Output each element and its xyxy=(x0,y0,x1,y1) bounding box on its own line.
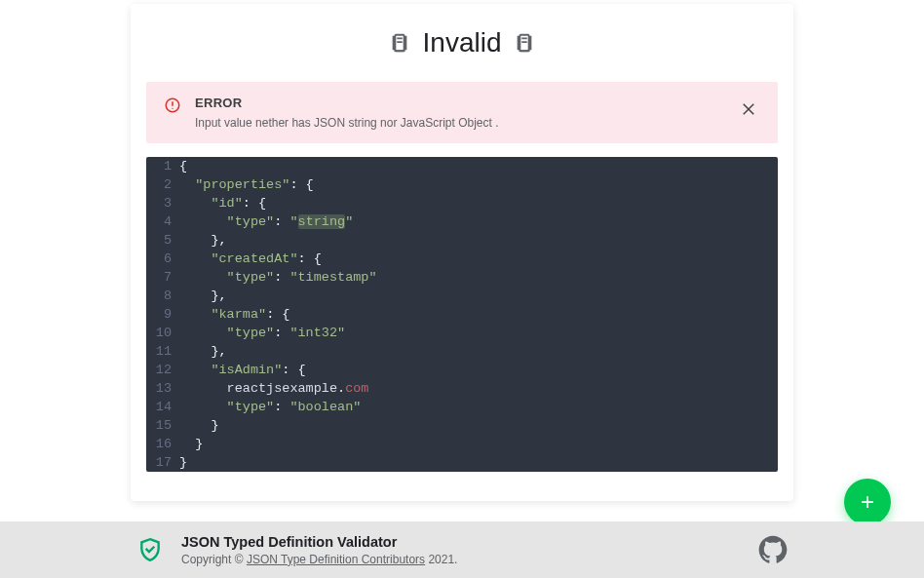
line-number: 10 xyxy=(146,324,179,342)
line-number: 9 xyxy=(146,305,179,324)
code-line: 11 }, xyxy=(146,342,778,361)
line-content: "type": "boolean" xyxy=(179,398,361,416)
code-line: 15 } xyxy=(146,416,778,435)
code-line: 12 "isAdmin": { xyxy=(146,361,778,379)
line-number: 17 xyxy=(146,453,179,472)
code-line: 10 "type": "int32" xyxy=(146,324,778,342)
line-content: }, xyxy=(179,231,227,250)
line-content: { xyxy=(179,157,187,175)
plus-icon: + xyxy=(861,488,874,516)
code-line: 14 "type": "boolean" xyxy=(146,398,778,416)
line-number: 1 xyxy=(146,157,179,175)
page-title: Invalid xyxy=(423,27,502,58)
shield-icon xyxy=(136,536,164,563)
title-row: Invalid xyxy=(146,27,778,58)
line-number: 13 xyxy=(146,379,179,398)
line-number: 3 xyxy=(146,194,179,212)
svg-point-2 xyxy=(172,108,173,109)
line-number: 4 xyxy=(146,212,179,231)
line-number: 12 xyxy=(146,361,179,379)
github-icon[interactable] xyxy=(758,535,788,564)
add-button[interactable]: + xyxy=(844,479,891,525)
line-content: "type": "timestamp" xyxy=(179,268,377,287)
alarm-icon xyxy=(513,31,536,55)
line-number: 8 xyxy=(146,287,179,305)
error-title: ERROR xyxy=(195,96,760,110)
code-line: 4 "type": "string" xyxy=(146,212,778,231)
line-number: 5 xyxy=(146,231,179,250)
contributors-link[interactable]: JSON Type Definition Contributors xyxy=(247,553,425,566)
error-content: ERROR Input value nether has JSON string… xyxy=(195,96,760,130)
line-content: "type": "int32" xyxy=(179,324,345,342)
error-icon xyxy=(164,96,183,116)
line-content: "id": { xyxy=(179,194,266,212)
line-content: "properties": { xyxy=(179,175,314,194)
line-content: "createdAt": { xyxy=(179,250,322,268)
code-line: 6 "createdAt": { xyxy=(146,250,778,268)
line-content: "isAdmin": { xyxy=(179,361,306,379)
line-content: }, xyxy=(179,342,227,361)
code-line: 9 "karma": { xyxy=(146,305,778,324)
code-line: 13 reactjsexample.com xyxy=(146,379,778,398)
alarm-icon xyxy=(388,31,411,55)
error-banner: ERROR Input value nether has JSON string… xyxy=(146,82,778,143)
line-content: "karma": { xyxy=(179,305,289,324)
close-button[interactable] xyxy=(737,97,760,121)
line-content: }, xyxy=(179,287,227,305)
line-number: 15 xyxy=(146,416,179,435)
code-line: 1{ xyxy=(146,157,778,175)
footer: JSON Typed Definition Validator Copyrigh… xyxy=(0,521,924,578)
code-line: 7 "type": "timestamp" xyxy=(146,268,778,287)
error-message: Input value nether has JSON string nor J… xyxy=(195,116,760,130)
line-content: } xyxy=(179,435,203,453)
code-editor[interactable]: 1{2 "properties": {3 "id": {4 "type": "s… xyxy=(146,157,778,472)
code-line: 3 "id": { xyxy=(146,194,778,212)
code-line: 5 }, xyxy=(146,231,778,250)
line-content: "type": "string" xyxy=(179,212,353,231)
line-number: 11 xyxy=(146,342,179,361)
validator-card: Invalid ERROR Input value nether has JSO… xyxy=(131,4,793,501)
code-line: 8 }, xyxy=(146,287,778,305)
line-number: 14 xyxy=(146,398,179,416)
line-content: reactjsexample.com xyxy=(179,379,368,398)
line-number: 6 xyxy=(146,250,179,268)
line-number: 7 xyxy=(146,268,179,287)
line-content: } xyxy=(179,416,219,435)
line-number: 16 xyxy=(146,435,179,453)
code-line: 16 } xyxy=(146,435,778,453)
footer-title: JSON Typed Definition Validator xyxy=(181,534,758,550)
copyright-prefix: Copyright © xyxy=(181,553,247,566)
footer-copyright: Copyright © JSON Type Definition Contrib… xyxy=(181,553,758,566)
code-line: 2 "properties": { xyxy=(146,175,778,194)
code-line: 17} xyxy=(146,453,778,472)
copyright-suffix: 2021. xyxy=(425,553,457,566)
footer-text: JSON Typed Definition Validator Copyrigh… xyxy=(181,534,758,566)
line-content: } xyxy=(179,453,187,472)
line-number: 2 xyxy=(146,175,179,194)
